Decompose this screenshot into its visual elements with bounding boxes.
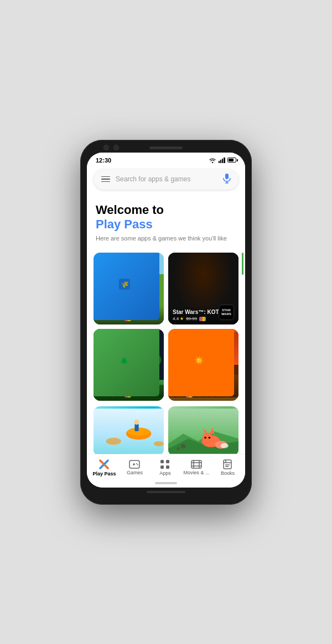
starwars-rating-value: 4.4 — [173, 316, 179, 321]
home-indicator — [87, 480, 245, 488]
camera-left — [103, 145, 109, 150]
fox-art — [168, 406, 238, 453]
movies-icon — [191, 460, 202, 469]
stardew-icon-art: 🌾 — [119, 279, 130, 290]
app-card-accuweather[interactable]: AccuWeather: Live weather... 4.4 ★ ☀️ — [168, 329, 238, 401]
svg-rect-99 — [191, 460, 201, 468]
svg-point-26 — [192, 276, 204, 289]
menu-line — [101, 179, 110, 180]
welcome-title-line1: Welcome to — [96, 203, 236, 217]
search-bar[interactable]: Search for apps & games — [94, 169, 238, 190]
svg-point-93 — [136, 463, 137, 464]
svg-point-82 — [204, 437, 206, 439]
app-grid: Stardew Valley 4.7 ★ $7.99 — [87, 247, 245, 406]
playpass-x-icon — [98, 459, 110, 470]
svg-point-94 — [137, 464, 138, 465]
svg-point-72 — [154, 441, 164, 446]
camera-right — [113, 145, 119, 150]
accuweather-app-icon: ☀️ — [168, 329, 234, 396]
menu-icon[interactable] — [101, 176, 110, 182]
svg-point-70 — [134, 420, 139, 425]
menu-line — [101, 176, 110, 177]
svg-rect-0 — [219, 161, 220, 163]
svg-rect-3 — [224, 158, 225, 163]
menu-line — [101, 181, 110, 182]
nav-label-books: Books — [221, 470, 235, 476]
app-card-star-wars[interactable]: Star Wars™: KOTOR 4.4 ★ $9.99 STARWARS — [168, 253, 238, 324]
starwars-icon-text: STARWARS — [221, 308, 231, 316]
status-icons — [209, 158, 236, 163]
svg-point-85 — [177, 447, 179, 450]
svg-line-28 — [196, 261, 201, 301]
mic-icon[interactable] — [223, 174, 231, 185]
svg-rect-98 — [166, 465, 169, 469]
svg-marker-27 — [190, 284, 205, 306]
starwars-star: ★ — [180, 316, 184, 321]
wifi-icon — [209, 158, 216, 163]
search-bar-container: Search for apps & games — [87, 166, 245, 195]
welcome-title-line2: Play Pass — [96, 217, 236, 232]
apps-icon — [160, 459, 170, 469]
nav-label-play-pass: Play Pass — [92, 471, 116, 477]
scroll-content[interactable]: Welcome to Play Pass Here are some apps … — [87, 195, 245, 454]
svg-point-71 — [106, 438, 121, 445]
partial-card-fox[interactable] — [168, 406, 238, 453]
stardew-app-icon: 🌾 — [94, 253, 159, 320]
phone-top-bar — [87, 146, 245, 149]
partial-card-journey[interactable] — [94, 406, 164, 453]
nav-label-movies: Movies & ... — [183, 470, 209, 475]
nav-item-games[interactable]: Games — [122, 460, 147, 475]
phone-bottom-bar — [87, 491, 245, 493]
phone-device: 12:30 — [80, 140, 252, 505]
svg-rect-97 — [160, 465, 164, 469]
signal-icon — [219, 158, 225, 163]
svg-point-31 — [178, 263, 178, 264]
search-placeholder[interactable]: Search for apps & games — [116, 175, 217, 183]
svg-rect-1 — [220, 160, 221, 163]
svg-rect-2 — [222, 159, 223, 163]
nav-item-books[interactable]: Books — [215, 459, 240, 476]
svg-line-29 — [196, 261, 201, 301]
starwars-app-icon: STARWARS — [219, 305, 234, 320]
home-pill — [155, 482, 177, 484]
app-card-stardew-valley[interactable]: Stardew Valley 4.7 ★ $7.99 — [94, 253, 164, 324]
app-card-terraria[interactable]: Terraria 4.4 ★ $4.99 🌲 — [94, 329, 164, 401]
svg-rect-4 — [225, 174, 229, 179]
svg-rect-69 — [134, 424, 138, 432]
playpass-nav-icon — [98, 459, 110, 470]
svg-rect-95 — [160, 460, 164, 463]
svg-point-81 — [220, 443, 229, 448]
status-time: 12:30 — [96, 157, 111, 164]
status-bar: 12:30 — [87, 153, 245, 166]
terraria-app-icon: 🌲 — [94, 329, 159, 396]
partial-cards-row — [87, 406, 245, 453]
nav-item-play-pass[interactable]: Play Pass — [92, 459, 116, 477]
battery-fill — [229, 159, 234, 161]
nav-item-apps[interactable]: Apps — [153, 459, 177, 476]
svg-point-33 — [233, 271, 234, 271]
books-icon — [223, 459, 232, 469]
svg-point-84 — [181, 444, 186, 449]
starwars-price: $9.99 — [186, 316, 197, 321]
svg-point-77 — [203, 433, 212, 443]
nav-label-apps: Apps — [159, 470, 171, 476]
journey-art — [94, 406, 164, 453]
svg-point-83 — [209, 437, 211, 439]
welcome-section: Welcome to Play Pass Here are some apps … — [87, 195, 245, 248]
battery-icon — [227, 158, 236, 163]
svg-point-32 — [223, 261, 224, 261]
svg-rect-25 — [193, 284, 202, 306]
svg-point-24 — [178, 259, 229, 294]
scroll-indicator — [242, 253, 243, 275]
bottom-nav: Play Pass Games — [87, 454, 245, 480]
games-icon — [129, 460, 140, 469]
svg-line-30 — [196, 261, 201, 301]
svg-rect-96 — [166, 460, 169, 463]
svg-rect-104 — [224, 460, 231, 469]
starwars-play-pass-badge — [199, 317, 206, 321]
phone-screen: 12:30 — [87, 153, 245, 488]
phone-speaker — [149, 146, 183, 149]
starwars-rating: 4.4 ★ — [173, 316, 184, 321]
nav-item-movies[interactable]: Movies & ... — [183, 460, 209, 475]
phone-bottom-speaker — [147, 491, 185, 493]
